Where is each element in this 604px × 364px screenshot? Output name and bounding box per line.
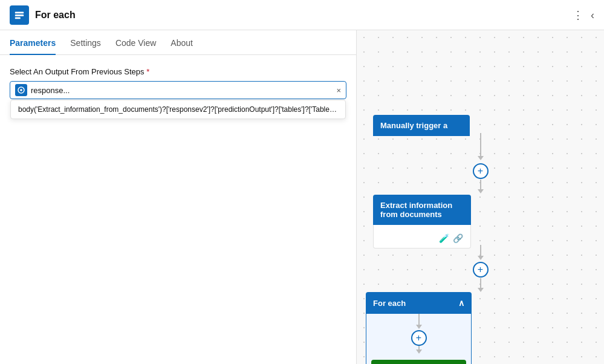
flow-canvas: Manually trigger a + Extract information… [357,30,604,364]
arrow-1 [478,156,484,160]
connector-1 [480,133,481,157]
manually-trigger-header: Manually trigger a [373,115,470,136]
token-icon-svg [18,86,25,94]
main-layout: Parameters Settings Code View About Sele… [0,30,604,364]
foreach-header: For each ∧ [366,292,472,314]
add-row-header: Add a row into a table [371,360,466,364]
foreach-collapse-button[interactable]: ∧ [458,298,464,308]
foreach-node: For each ∧ + [366,292,472,364]
panel-header: For each ⋮ ‹ [0,0,604,30]
more-options-button[interactable]: ⋮ [573,10,583,21]
svg-rect-0 [15,11,24,13]
add-row-node: Add a row into a table 🔗 [371,360,466,364]
header-actions: ⋮ ‹ [573,10,594,21]
token-icon [15,84,27,96]
link-icon: 🔗 [453,233,463,243]
foreach-icon-svg [14,10,25,21]
foreach-icon [10,5,29,25]
inner-arrow-1 [416,325,422,329]
plus-button-1[interactable]: + [473,163,489,179]
foreach-inner-plus-area: + [366,314,471,342]
extract-info-header: Extract information from documents [373,195,471,225]
tab-settings[interactable]: Settings [70,31,101,55]
tab-code-view[interactable]: Code View [115,31,156,55]
tab-parameters[interactable]: Parameters [10,31,56,55]
extract-info-icons: 🧪 🔗 [381,233,463,243]
dropdown-suggestion[interactable]: body('Extract_information_from_documents… [10,100,346,119]
arrow-3 [478,256,484,260]
plus-button-2[interactable]: + [473,262,489,278]
tab-about[interactable]: About [170,31,193,55]
token-close-button[interactable]: × [336,86,341,95]
inner-arrow-2 [416,349,422,354]
parameters-panel: Select An Output From Previous Steps * r… [0,55,356,364]
svg-rect-1 [15,15,24,16]
svg-rect-2 [15,17,21,19]
required-marker: * [146,67,149,76]
left-panel: Parameters Settings Code View About Sele… [0,30,357,364]
field-label: Select An Output From Previous Steps * [10,67,346,76]
close-panel-button[interactable]: ‹ [591,10,594,21]
connector-3 [480,245,481,257]
arrow-2 [478,189,484,193]
arrow-4 [478,288,484,292]
foreach-inner: + Add a row into a table [366,314,472,364]
manually-trigger-node: Manually trigger a [373,115,470,136]
tab-bar: Parameters Settings Code View About [0,30,356,55]
lab-icon: 🧪 [439,233,449,243]
flow-container: Manually trigger a + Extract information… [357,30,604,364]
inner-connector-1 [418,314,420,326]
plus-button-3[interactable]: + [411,330,427,346]
token-text: response... [31,86,333,95]
extract-info-node: Extract information from documents 🧪 🔗 [373,195,471,249]
extract-info-body: 🧪 🔗 [373,225,471,249]
token-input-container[interactable]: response... × body('Extract_information_… [10,81,346,99]
panel-title: For each [35,10,573,21]
